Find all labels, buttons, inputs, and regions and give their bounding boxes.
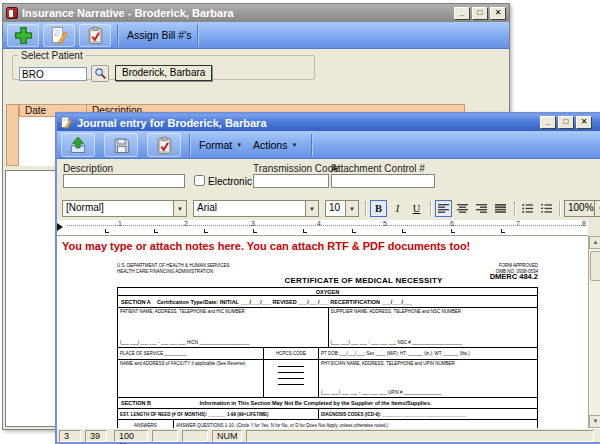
patient-cell: PATIENT NAME, ADDRESS, TELEPHONE and HIC… [118, 308, 328, 347]
actions-menu-button[interactable]: Actions ▼ [253, 139, 297, 151]
ruler-number: 4 [317, 220, 321, 227]
align-left-button[interactable] [435, 200, 452, 217]
paragraph-style-combo[interactable]: [Normal] ▼ [62, 200, 187, 217]
vertical-scrollbar[interactable]: ▲ ▼ [588, 236, 600, 428]
status-line-count: 39 [85, 430, 107, 442]
journal-window-title: Journal entry for Broderick, Barbara [77, 117, 598, 129]
align-center-button[interactable] [454, 200, 471, 217]
scroll-up-button[interactable]: ▲ [589, 236, 600, 249]
font-size-value: 10 [326, 201, 345, 216]
minimize-button[interactable]: _ [454, 7, 470, 20]
toolbar-separator [117, 25, 118, 46]
save-disk-icon [112, 136, 131, 155]
align-right-icon [476, 204, 487, 213]
align-right-button[interactable] [473, 200, 490, 217]
new-narrative-button[interactable] [7, 24, 39, 47]
journal-titlebar[interactable]: Journal entry for Broderick, Barbara _ □… [57, 114, 600, 131]
patient-search-input[interactable] [19, 67, 87, 81]
transmission-code-input[interactable] [253, 174, 329, 188]
tab-stop-marker [451, 229, 455, 233]
format-separator [514, 201, 515, 216]
status-panel-empty [182, 430, 208, 442]
attachment-control-input[interactable] [331, 174, 435, 188]
journal-doc-icon [60, 116, 73, 129]
insurance-window-title: Insurance Narrative - Broderick, Barbara [22, 7, 450, 19]
journal-toolbar: Format ▼ Actions ▼ [57, 131, 600, 159]
maximize-button[interactable]: □ [472, 7, 488, 20]
supplier-header: SUPPLIER NAME, ADDRESS, TELEPHONE and NS… [331, 309, 461, 314]
selected-patient-chip[interactable]: Broderick, Barbara [115, 65, 212, 81]
status-numlock: NUM [212, 430, 242, 442]
hcpcs-blanks-cell [263, 360, 318, 397]
save-button[interactable] [104, 133, 138, 157]
tab-stop-marker [154, 229, 158, 233]
answers-text-cell: ANSWER QUESTIONS 1-10. (Circle Y for Yes… [173, 420, 537, 428]
ruler-number: 2 [184, 220, 188, 227]
italic-button[interactable]: I [389, 200, 406, 217]
attachment-control-label: Attachment Control # [331, 163, 425, 174]
ruler[interactable]: 1 2 3 4 5 6 7 8 [57, 220, 588, 236]
ruler-number: 6 [450, 220, 454, 227]
numbered-list-button[interactable] [538, 200, 555, 217]
transmission-code-label: Transmission Code [253, 163, 339, 174]
justify-icon [495, 204, 506, 213]
status-zoom: 100 % [114, 430, 148, 442]
scroll-down-button[interactable]: ▼ [589, 415, 600, 428]
select-patient-group: Select Patient Broderick, Barbara [12, 50, 315, 80]
close-button[interactable]: ✕ [490, 7, 506, 20]
section-b-text: Information in This Section May Not Be C… [200, 400, 432, 406]
format-toolbar: [Normal] ▼ Arial ▼ 10 ▼ B I U [57, 198, 600, 220]
scrollbar-thumb[interactable] [590, 251, 600, 281]
status-panel-empty [152, 430, 178, 442]
attach-file-button[interactable] [61, 133, 95, 157]
status-page-count: 3 [59, 430, 81, 442]
toolbar-separator [189, 134, 190, 156]
maximize-button[interactable]: □ [558, 116, 574, 129]
journal-entry-window: Journal entry for Broderick, Barbara _ □… [55, 112, 600, 444]
patient-phone-line: (___ ___) ___ ___ - ___ ___ ___ HICN ___… [120, 340, 249, 346]
tab-stop-marker [303, 229, 307, 233]
description-input[interactable] [63, 174, 185, 188]
edit-narrative-button[interactable] [43, 24, 75, 47]
close-button[interactable]: ✕ [576, 116, 592, 129]
check-journal-button[interactable] [147, 133, 181, 157]
diagnosis-codes-cell: DIAGNOSIS CODES (ICD-9): ________ ______… [318, 409, 537, 419]
supplier-phone-line: (___ ___) ___ ___ - ___ ___ ___ NSC # __… [331, 340, 463, 346]
font-family-combo[interactable]: Arial ▼ [193, 200, 319, 217]
bullet-list-button[interactable] [519, 200, 536, 217]
note-text: You may type or attach notes here. You c… [62, 240, 470, 252]
cmn-form-title: CERTIFICATE OF MEDICAL NECESSITY [267, 276, 460, 287]
font-size-combo[interactable]: 10 ▼ [325, 200, 359, 217]
search-icon [94, 67, 107, 80]
patient-search-button[interactable] [91, 65, 109, 82]
section-a-label: SECTION A [121, 299, 151, 305]
format-menu-label: Format [199, 139, 232, 151]
format-menu-button[interactable]: Format ▼ [199, 139, 242, 151]
bullet-list-icon [522, 204, 533, 213]
format-separator [559, 201, 560, 216]
category-row: OXYGEN [118, 288, 537, 296]
toolbar-separator [311, 134, 312, 156]
chevron-down-icon: ▼ [305, 201, 318, 216]
ruler-number: 3 [251, 220, 255, 227]
status-panel-long [246, 430, 594, 442]
underline-button[interactable]: U [408, 200, 425, 217]
cmn-form-document: U.S. DEPARTMENT OF HEALTH & HUMAN SERVIC… [117, 260, 538, 428]
justify-button[interactable] [492, 200, 509, 217]
insurance-titlebar[interactable]: Insurance Narrative - Broderick, Barbara… [3, 4, 509, 22]
actions-menu-label: Actions [253, 139, 287, 151]
assign-bill-button[interactable]: Assign Bill #'s [127, 29, 191, 41]
answers-row: ANSWERS ANSWER QUESTIONS 1-10. (Circle Y… [118, 420, 537, 428]
description-label: Description [63, 163, 113, 174]
minimize-button[interactable]: _ [540, 116, 556, 129]
electronic-checkbox[interactable] [194, 175, 205, 186]
insurance-toolbar: Assign Bill #'s [3, 22, 509, 49]
zoom-combo[interactable]: 100% ▼ [564, 200, 600, 217]
rich-text-editor[interactable]: You may type or attach notes here. You c… [57, 236, 588, 428]
check-narrative-button[interactable] [79, 24, 111, 47]
chevron-down-icon: ▼ [291, 142, 297, 148]
section-b-label: SECTION B [118, 398, 198, 409]
numbered-list-icon [541, 204, 552, 213]
bold-button[interactable]: B [370, 200, 387, 217]
chevron-down-icon: ▼ [594, 201, 600, 216]
